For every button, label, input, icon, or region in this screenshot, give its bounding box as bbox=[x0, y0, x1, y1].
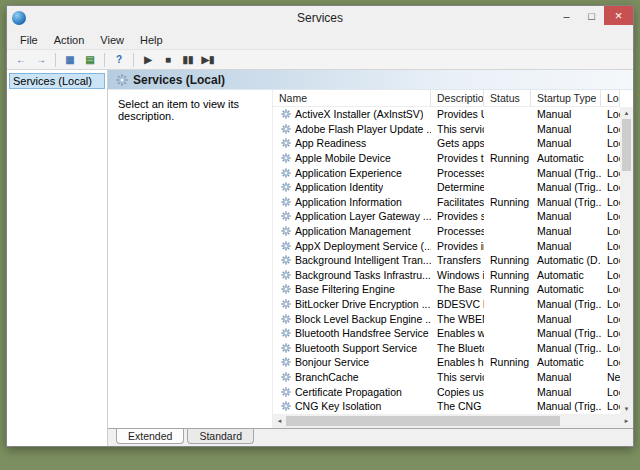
service-row[interactable]: Background Tasks Infrastru...Windows in.… bbox=[273, 268, 620, 283]
toolbar-separator bbox=[104, 53, 105, 67]
tab-standard[interactable]: Standard bbox=[187, 429, 254, 444]
service-description: Provides th... bbox=[431, 152, 484, 164]
show-console-tree-icon[interactable]: ▦ bbox=[61, 52, 79, 68]
maximize-button[interactable]: □ bbox=[579, 6, 604, 25]
service-row[interactable]: Application IdentityDetermines ...Manual… bbox=[273, 180, 620, 195]
service-startup-type: Manual bbox=[531, 225, 601, 237]
menu-item-action[interactable]: Action bbox=[46, 32, 93, 48]
service-description: Provides inf... bbox=[431, 240, 484, 252]
minimize-button[interactable]: – bbox=[554, 6, 579, 25]
service-startup-type: Automatic bbox=[531, 269, 601, 281]
service-gear-icon bbox=[281, 226, 291, 236]
export-list-icon[interactable]: ▤ bbox=[81, 52, 99, 68]
service-row[interactable]: App ReadinessGets apps re...ManualLoc bbox=[273, 136, 620, 151]
pause-service-icon[interactable]: ▮▮ bbox=[179, 52, 197, 68]
service-name: Block Level Backup Engine ... bbox=[295, 313, 431, 325]
service-row[interactable]: Bluetooth Handsfree ServiceEnables wir..… bbox=[273, 326, 620, 341]
service-gear-icon bbox=[281, 241, 291, 251]
service-row[interactable]: Adobe Flash Player Update ...This servic… bbox=[273, 122, 620, 137]
service-startup-type: Automatic (D... bbox=[531, 254, 601, 266]
horizontal-scrollbar[interactable]: ◄ ► bbox=[273, 414, 633, 428]
vertical-scroll-thumb[interactable] bbox=[622, 119, 631, 171]
service-gear-icon bbox=[281, 211, 291, 221]
service-log-on-as: Loc bbox=[601, 342, 620, 354]
service-name: Application Experience bbox=[295, 167, 402, 179]
service-name: CNG Key Isolation bbox=[295, 400, 381, 412]
service-name: Application Information bbox=[295, 196, 402, 208]
scroll-left-icon[interactable]: ◄ bbox=[273, 418, 286, 424]
menu-bar: FileActionViewHelp bbox=[7, 30, 633, 50]
column-header-name[interactable]: Name bbox=[273, 90, 431, 106]
service-row[interactable]: Certificate PropagationCopies user ...Ma… bbox=[273, 384, 620, 399]
column-header-log-on-as[interactable]: Log bbox=[601, 90, 620, 106]
service-row[interactable]: Application Layer Gateway ...Provides su… bbox=[273, 209, 620, 224]
scroll-up-icon[interactable]: ▲ bbox=[624, 107, 630, 118]
service-row[interactable]: ActiveX Installer (AxInstSV)Provides Us.… bbox=[273, 107, 620, 122]
service-row[interactable]: BranchCacheThis service ...ManualNet bbox=[273, 370, 620, 385]
service-row[interactable]: CNG Key IsolationThe CNG ke...Manual (Tr… bbox=[273, 399, 620, 414]
service-row[interactable]: Application InformationFacilitates t...R… bbox=[273, 195, 620, 210]
service-description: Processes a... bbox=[431, 167, 484, 179]
column-header-startup-type[interactable]: Startup Type bbox=[531, 90, 601, 106]
mmc-window-icon bbox=[12, 11, 26, 25]
stop-service-icon[interactable]: ■ bbox=[159, 52, 177, 68]
close-button[interactable]: × bbox=[604, 6, 633, 25]
menu-item-view[interactable]: View bbox=[92, 32, 132, 48]
service-gear-icon bbox=[281, 284, 291, 294]
column-header-description[interactable]: Description bbox=[431, 90, 484, 106]
service-startup-type: Manual (Trig... bbox=[531, 327, 601, 339]
start-service-icon[interactable]: ▶ bbox=[139, 52, 157, 68]
title-bar[interactable]: Services – □ × bbox=[7, 6, 633, 30]
service-name: AppX Deployment Service (... bbox=[295, 240, 431, 252]
services-banner: Services (Local) bbox=[108, 70, 633, 90]
service-row[interactable]: Bonjour ServiceEnables har...RunningAuto… bbox=[273, 355, 620, 370]
service-status: Running bbox=[484, 356, 531, 368]
column-header-status[interactable]: Status bbox=[484, 90, 531, 106]
service-description: This service ... bbox=[431, 123, 484, 135]
restart-service-icon[interactable]: ▶▮ bbox=[199, 52, 217, 68]
scroll-down-icon[interactable]: ▼ bbox=[624, 403, 630, 414]
service-row[interactable]: BitLocker Drive Encryption ...BDESVC hos… bbox=[273, 297, 620, 312]
service-row[interactable]: Application ExperienceProcesses a...Manu… bbox=[273, 165, 620, 180]
service-gear-icon bbox=[281, 299, 291, 309]
service-row[interactable]: Base Filtering EngineThe Base Fil...Runn… bbox=[273, 282, 620, 297]
service-gear-icon bbox=[281, 124, 291, 134]
service-log-on-as: Loc bbox=[601, 167, 620, 179]
service-row[interactable]: Apple Mobile DeviceProvides th...Running… bbox=[273, 151, 620, 166]
service-row[interactable]: AppX Deployment Service (...Provides inf… bbox=[273, 238, 620, 253]
tab-extended[interactable]: Extended bbox=[116, 429, 184, 444]
service-startup-type: Manual bbox=[531, 137, 601, 149]
tree-item-services-local[interactable]: Services (Local) bbox=[9, 73, 105, 89]
service-description: This service ... bbox=[431, 371, 484, 383]
service-log-on-as: Loc bbox=[601, 356, 620, 368]
service-startup-type: Manual (Trig... bbox=[531, 196, 601, 208]
service-gear-icon bbox=[281, 328, 291, 338]
service-name: Background Intelligent Tran... bbox=[295, 254, 431, 266]
menu-item-help[interactable]: Help bbox=[132, 32, 171, 48]
service-description: Provides Us... bbox=[431, 108, 484, 120]
horizontal-scroll-thumb[interactable] bbox=[286, 416, 560, 426]
service-startup-type: Manual (Trig... bbox=[531, 298, 601, 310]
service-row[interactable]: Bluetooth Support ServiceThe Blueto...Ma… bbox=[273, 341, 620, 356]
service-row[interactable]: Background Intelligent Tran...Transfers … bbox=[273, 253, 620, 268]
service-row[interactable]: Application ManagementProcesses in...Man… bbox=[273, 224, 620, 239]
service-row[interactable]: Block Level Backup Engine ...The WBENG..… bbox=[273, 311, 620, 326]
back-icon[interactable]: ← bbox=[12, 52, 30, 68]
menu-item-file[interactable]: File bbox=[12, 32, 46, 48]
description-pane: Select an item to view its description. bbox=[108, 90, 273, 428]
service-gear-icon bbox=[281, 314, 291, 324]
service-log-on-as: Loc bbox=[601, 298, 620, 310]
service-log-on-as: Loc bbox=[601, 123, 620, 135]
service-name: Bonjour Service bbox=[295, 356, 369, 368]
service-gear-icon bbox=[281, 109, 291, 119]
service-description: Facilitates t... bbox=[431, 196, 484, 208]
window-title: Services bbox=[7, 11, 633, 25]
forward-icon[interactable]: → bbox=[32, 52, 50, 68]
service-description: The CNG ke... bbox=[431, 400, 484, 412]
vertical-scrollbar[interactable]: ▲ ▼ bbox=[620, 107, 633, 414]
service-startup-type: Automatic bbox=[531, 152, 601, 164]
scroll-right-icon[interactable]: ► bbox=[620, 418, 633, 424]
service-startup-type: Manual (Trig... bbox=[531, 181, 601, 193]
help-icon[interactable]: ? bbox=[110, 52, 128, 68]
service-name: Base Filtering Engine bbox=[295, 283, 395, 295]
